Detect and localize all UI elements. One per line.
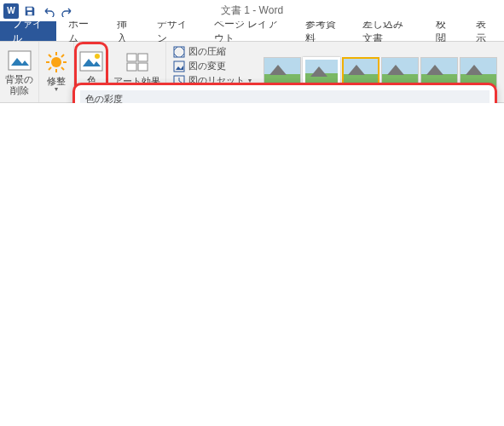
corrections-button[interactable]: 修整	[39, 42, 74, 102]
svg-line-10	[49, 67, 51, 70]
change-picture-button[interactable]: 図の変更	[173, 60, 252, 72]
remove-background-button[interactable]: 背景の 削除	[0, 42, 39, 102]
svg-line-9	[61, 55, 64, 57]
corrections-icon	[44, 50, 68, 74]
svg-marker-20	[176, 66, 183, 70]
tab-review[interactable]: 校閲	[424, 21, 464, 41]
tab-mail[interactable]: 差し込み文書	[350, 21, 424, 41]
change-picture-icon	[173, 60, 185, 72]
save-icon[interactable]	[22, 3, 38, 19]
artistic-icon	[125, 50, 149, 74]
compress-icon	[173, 46, 185, 58]
compress-pictures-button[interactable]: 図の圧縮	[173, 45, 252, 58]
svg-point-13	[95, 54, 100, 59]
svg-line-7	[49, 55, 51, 57]
saturation-header: 色の彩度	[80, 90, 490, 103]
quick-access: W	[0, 3, 75, 19]
word-app-icon: W	[3, 3, 19, 19]
svg-point-2	[51, 57, 61, 67]
tab-view[interactable]: 表示	[464, 21, 504, 41]
svg-rect-16	[127, 63, 136, 71]
window-title: 文書 1 - Word	[0, 3, 504, 18]
tab-design[interactable]: デザイン	[145, 21, 201, 41]
tab-refs[interactable]: 参考資料	[293, 21, 350, 41]
tab-home[interactable]: ホーム	[56, 21, 105, 41]
ribbon-tabs: ファイル ホーム 挿入 デザイン ページ レイアウト 参考資料 差し込み文書 校…	[0, 21, 504, 42]
undo-icon[interactable]	[41, 3, 56, 19]
color-icon	[79, 49, 103, 73]
color-dropdown: 色の彩度 色のトーン 色の変更	[72, 83, 497, 103]
tab-layout[interactable]: ページ レイアウト	[202, 21, 294, 41]
ribbon-body: 背景の 削除 修整 色 アート効果 図の圧縮 図の変更	[0, 42, 504, 103]
svg-line-8	[61, 67, 64, 70]
title-bar: W 文書 1 - Word	[0, 0, 504, 21]
tab-file[interactable]: ファイル	[0, 21, 56, 41]
redo-icon[interactable]	[60, 3, 75, 19]
svg-rect-15	[138, 54, 148, 61]
svg-rect-17	[138, 63, 148, 71]
svg-rect-14	[127, 54, 136, 61]
remove-bg-icon	[8, 49, 32, 72]
svg-rect-19	[174, 61, 184, 72]
svg-rect-0	[9, 51, 31, 70]
tab-insert[interactable]: 挿入	[105, 21, 145, 41]
